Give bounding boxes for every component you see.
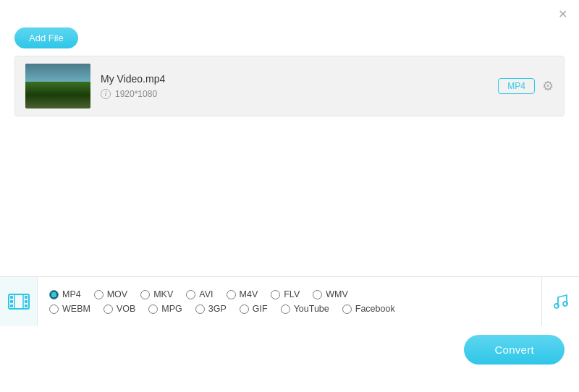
format-radio-youtube[interactable]: [281, 304, 290, 314]
format-option-gif[interactable]: GIF: [240, 304, 268, 314]
format-option-youtube[interactable]: YouTube: [281, 304, 329, 314]
file-item: My Video.mp4 i 1920*1080 MP4 ⚙: [15, 56, 564, 116]
format-label-webm: WEBM: [62, 304, 90, 314]
video-tab-icon[interactable]: [0, 277, 38, 326]
format-radio-webm[interactable]: [49, 304, 59, 314]
format-label-vob: VOB: [117, 304, 135, 314]
settings-icon[interactable]: ⚙: [542, 78, 554, 94]
format-option-wmv[interactable]: WMV: [313, 289, 348, 299]
format-option-m4v[interactable]: M4V: [227, 289, 258, 299]
format-radio-mov[interactable]: [94, 290, 103, 299]
file-list: My Video.mp4 i 1920*1080 MP4 ⚙: [14, 56, 565, 116]
format-label-facebook: Facebook: [355, 304, 395, 314]
format-label-mpg: MPG: [161, 304, 182, 314]
format-radio-mp4[interactable]: [49, 290, 59, 299]
format-option-facebook[interactable]: Facebook: [342, 304, 395, 314]
format-label-m4v: M4V: [240, 289, 258, 299]
format-radio-mpg[interactable]: [148, 304, 158, 314]
format-radio-avi[interactable]: [186, 290, 195, 299]
format-option-mpg[interactable]: MPG: [148, 304, 182, 314]
svg-rect-6: [25, 304, 28, 307]
format-bar: MP4MOVMKVAVIM4VFLVWMV WEBMVOBMPG3GPGIFYo…: [0, 276, 579, 326]
format-radio-vob[interactable]: [103, 304, 113, 314]
format-radio-wmv[interactable]: [313, 290, 322, 299]
add-file-button[interactable]: Add File: [14, 27, 78, 48]
file-actions: MP4 ⚙: [498, 78, 554, 94]
format-label-mkv: MKV: [153, 289, 173, 299]
file-name: My Video.mp4: [101, 73, 498, 85]
format-label-mp4: MP4: [62, 289, 81, 299]
info-icon: i: [101, 89, 111, 99]
convert-area: Convert: [0, 326, 579, 376]
format-label-wmv: WMV: [326, 289, 348, 299]
svg-rect-1: [10, 296, 13, 299]
format-row-2: WEBMVOBMPG3GPGIFYouTubeFacebook: [49, 304, 530, 314]
format-option-3gp[interactable]: 3GP: [195, 304, 227, 314]
format-option-mkv[interactable]: MKV: [140, 289, 173, 299]
empty-area: [0, 116, 579, 276]
format-radio-3gp[interactable]: [195, 304, 205, 314]
format-radio-flv[interactable]: [271, 290, 280, 299]
format-label-flv: FLV: [284, 289, 300, 299]
format-badge[interactable]: MP4: [498, 78, 535, 94]
format-option-avi[interactable]: AVI: [186, 289, 213, 299]
format-row-1: MP4MOVMKVAVIM4VFLVWMV: [49, 289, 530, 299]
file-resolution: 1920*1080: [115, 89, 157, 99]
format-radio-mkv[interactable]: [140, 290, 150, 299]
convert-button[interactable]: Convert: [464, 335, 565, 365]
svg-rect-5: [25, 300, 28, 303]
format-label-mov: MOV: [107, 289, 127, 299]
format-option-mov[interactable]: MOV: [94, 289, 127, 299]
svg-rect-4: [25, 296, 28, 299]
format-radio-m4v[interactable]: [227, 290, 236, 299]
format-option-mp4[interactable]: MP4: [49, 289, 81, 299]
file-meta: i 1920*1080: [101, 89, 498, 99]
format-option-vob[interactable]: VOB: [103, 304, 135, 314]
file-info: My Video.mp4 i 1920*1080: [90, 73, 498, 99]
format-label-youtube: YouTube: [294, 304, 329, 314]
audio-tab-icon[interactable]: [541, 277, 579, 326]
format-option-flv[interactable]: FLV: [271, 289, 300, 299]
format-label-3gp: 3GP: [208, 304, 227, 314]
format-label-gif: GIF: [253, 304, 268, 314]
svg-rect-2: [10, 300, 13, 303]
format-panel: MP4MOVMKVAVIM4VFLVWMV WEBMVOBMPG3GPGIFYo…: [38, 281, 541, 323]
format-label-avi: AVI: [199, 289, 213, 299]
close-button[interactable]: ✕: [556, 7, 569, 20]
format-radio-facebook[interactable]: [342, 304, 352, 314]
toolbar: Add File: [0, 25, 579, 56]
format-radio-gif[interactable]: [240, 304, 249, 314]
svg-rect-3: [10, 304, 13, 307]
file-thumbnail: [25, 64, 90, 108]
title-bar: ✕: [0, 0, 579, 25]
format-option-webm[interactable]: WEBM: [49, 304, 90, 314]
